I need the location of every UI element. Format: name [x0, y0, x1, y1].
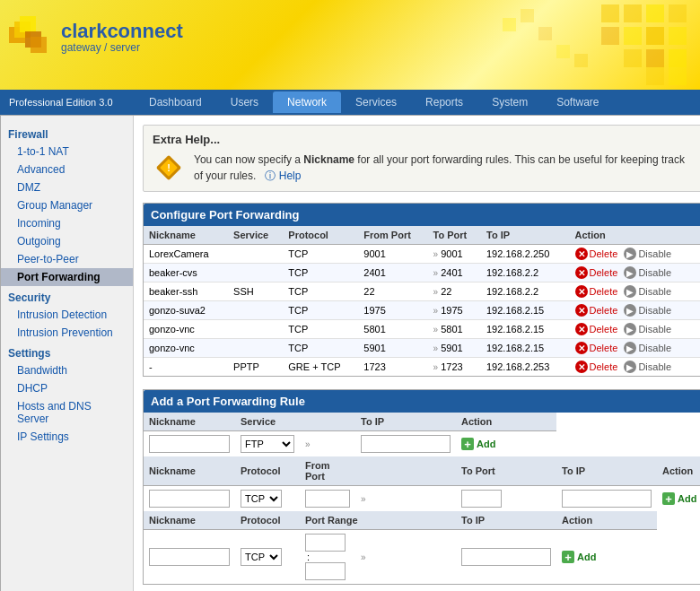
sidebar-item-outgoing[interactable]: Outgoing [1, 232, 133, 250]
delete-button[interactable]: ✕ Delete [575, 248, 618, 260]
add-fromport-input-2[interactable] [305, 490, 350, 508]
arrow-cell-icon: » [433, 268, 439, 278]
cell-to-ip: 192.168.2.15 [481, 339, 570, 358]
add-protocol-select-2[interactable]: TCPUDP [241, 490, 282, 508]
help-link[interactable]: Help [279, 169, 302, 182]
help-box-body: ! You can now specify a Nickname for all… [153, 152, 693, 184]
delete-button[interactable]: ✕ Delete [575, 285, 618, 298]
port-forwarding-section: Configure Port Forwarding Nickname Servi… [143, 203, 700, 377]
add-toip-input-1[interactable] [361, 435, 451, 453]
svg-rect-7 [646, 4, 664, 22]
add-portrange-end-input[interactable] [305, 562, 346, 580]
add-col-arrow-2 [355, 456, 456, 486]
cell-action: ✕ Delete ▶ Disable [570, 264, 700, 282]
nav-system[interactable]: System [477, 91, 542, 113]
sidebar-item-dmz[interactable]: DMZ [1, 178, 133, 196]
add-portrange-start: : [300, 530, 355, 585]
edition-label: Professional Edition 3.0 [0, 97, 135, 108]
cell-from-port: 1975 [358, 301, 427, 320]
add-row-range: TCPUDP : » [144, 530, 700, 585]
cell-protocol: TCP [283, 339, 358, 358]
nav-software[interactable]: Software [542, 91, 613, 113]
cell-service [228, 264, 283, 282]
sidebar-item-incoming[interactable]: Incoming [1, 214, 133, 232]
sidebar-item-bandwidth[interactable]: Bandwidth [1, 361, 133, 379]
help-link-icon: ⓘ [265, 169, 276, 182]
cell-service: SSH [228, 282, 283, 301]
add-service-select[interactable]: FTPHTTPHTTPSSSHSMTPCustom [241, 435, 294, 453]
add-col-port-range-3: Port Range [300, 511, 456, 530]
add-nickname-field-1 [144, 431, 235, 457]
nav-dashboard[interactable]: Dashboard [135, 91, 216, 113]
cell-action: ✕ Delete ▶ Disable [570, 282, 700, 301]
add-portrange-start-input[interactable] [305, 534, 346, 552]
disable-button[interactable]: ▶ Disable [624, 248, 671, 260]
range-colon: : [307, 552, 310, 562]
disable-button[interactable]: ▶ Disable [624, 323, 671, 335]
add-col-nickname-1: Nickname [144, 413, 235, 431]
cell-to-ip: 192.168.2.253 [481, 358, 570, 377]
add-toip-cell-1 [355, 431, 456, 457]
disable-button[interactable]: ▶ Disable [624, 285, 671, 298]
cell-from-port: 1723 [358, 358, 427, 377]
brand-sub: gateway / server [61, 41, 183, 54]
sidebar-item-port-forwarding[interactable]: Port Forwarding [1, 268, 133, 286]
delete-button[interactable]: ✕ Delete [575, 323, 618, 335]
nav-users[interactable]: Users [216, 91, 273, 113]
add-button-1[interactable]: + Add [461, 438, 495, 450]
cell-action: ✕ Delete ▶ Disable [570, 320, 700, 339]
delete-button[interactable]: ✕ Delete [575, 342, 618, 354]
sidebar-section-firewall: Firewall [1, 123, 133, 143]
svg-rect-2 [20, 16, 36, 32]
add-rule-section: Add a Port Forwarding Rule Nickname Serv… [143, 389, 700, 585]
sidebar-item-ip-settings[interactable]: IP Settings [1, 428, 133, 446]
svg-rect-9 [601, 27, 619, 45]
delete-button[interactable]: ✕ Delete [575, 304, 618, 317]
add-protocol-select-3[interactable]: TCPUDP [241, 548, 282, 566]
disable-button[interactable]: ▶ Disable [624, 342, 671, 354]
add-button-3[interactable]: + Add [562, 551, 596, 563]
sidebar-item-dhcp[interactable]: DHCP [1, 379, 133, 397]
add-toip-input-3[interactable] [461, 548, 551, 566]
arrow-cell-icon: » [433, 306, 439, 316]
delete-circle-icon: ✕ [575, 323, 588, 335]
cell-protocol: TCP [283, 264, 358, 282]
logo-text: clarkconnect gateway / server [61, 22, 183, 54]
arrow-icon-2: » [361, 494, 366, 504]
cell-nickname: gonzo-suva2 [144, 301, 228, 320]
sidebar-item-advanced[interactable]: Advanced [1, 161, 133, 178]
cell-protocol: TCP [283, 320, 358, 339]
table-row: beaker-ssh SSH TCP 22 » 22 192.168.2.2 ✕… [144, 282, 700, 301]
sidebar-item-hosts-dns[interactable]: Hosts and DNS Server [1, 397, 133, 428]
add-toip-input-2[interactable] [562, 490, 652, 508]
add-nickname-input-2[interactable] [149, 490, 230, 508]
disable-button[interactable]: ▶ Disable [624, 266, 671, 279]
add-service-cell: FTPHTTPHTTPSSSHSMTPCustom [235, 431, 300, 457]
nav-network[interactable]: Network [273, 91, 341, 113]
svg-rect-15 [669, 49, 687, 67]
col-from-port: From Port [358, 226, 427, 245]
add-protocol-cell-2: TCPUDP [235, 486, 300, 512]
table-row: LorexCamera TCP 9001 » 9001 192.168.2.25… [144, 245, 700, 264]
disable-button[interactable]: ▶ Disable [624, 361, 671, 373]
sidebar-item-peer-to-peer[interactable]: Peer-to-Peer [1, 250, 133, 268]
sidebar-item-intrusion-prevention[interactable]: Intrusion Prevention [1, 324, 133, 342]
sidebar-item-intrusion-detection[interactable]: Intrusion Detection [1, 306, 133, 324]
add-toport-input-2[interactable] [461, 490, 502, 508]
sidebar-item-group-manager[interactable]: Group Manager [1, 196, 133, 214]
delete-button[interactable]: ✕ Delete [575, 266, 618, 279]
sidebar-item-nat[interactable]: 1-to-1 NAT [1, 143, 133, 161]
add-button-2[interactable]: + Add [662, 492, 696, 505]
nav-services[interactable]: Services [341, 91, 411, 113]
add-nickname-input-3[interactable] [149, 548, 230, 566]
table-row: beaker-cvs TCP 2401 » 2401 192.168.2.2 ✕… [144, 264, 700, 282]
disable-circle-icon: ▶ [624, 361, 636, 373]
logo-area: clarkconnect gateway / server [9, 13, 183, 63]
disable-circle-icon: ▶ [624, 304, 636, 317]
svg-rect-11 [646, 27, 664, 45]
nav-reports[interactable]: Reports [411, 91, 477, 113]
disable-button[interactable]: ▶ Disable [624, 304, 671, 317]
add-nickname-input-1[interactable] [149, 435, 230, 453]
delete-button[interactable]: ✕ Delete [575, 361, 618, 373]
add-action-cell-3: + Add [556, 530, 657, 585]
